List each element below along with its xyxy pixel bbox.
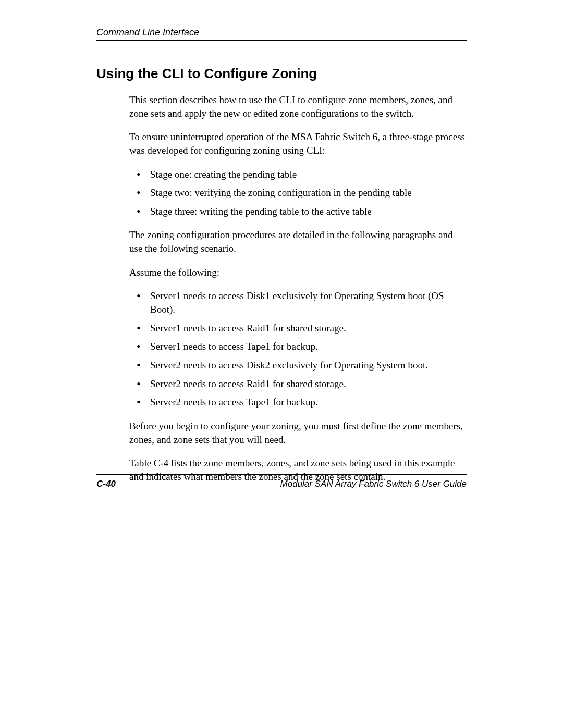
list-item: Stage two: verifying the zoning configur… — [129, 186, 467, 200]
page-footer: C-40 Modular SAN Array Fabric Switch 6 U… — [96, 474, 467, 489]
after-stages-paragraph: The zoning configuration procedures are … — [129, 228, 467, 255]
assume-paragraph: Assume the following: — [129, 266, 467, 279]
document-title: Modular SAN Array Fabric Switch 6 User G… — [280, 479, 467, 489]
before-begin-paragraph: Before you begin to configure your zonin… — [129, 419, 467, 446]
main-heading: Using the CLI to Configure Zoning — [96, 66, 467, 82]
list-item: Server1 needs to access Tape1 for backup… — [129, 340, 467, 353]
intro-paragraph-1: This section describes how to use the CL… — [129, 93, 467, 120]
list-item: Stage one: creating the pending table — [129, 168, 467, 181]
list-item: Stage three: writing the pending table t… — [129, 205, 467, 218]
list-item: Server1 needs to access Raid1 for shared… — [129, 322, 467, 335]
assumptions-list: Server1 needs to access Disk1 exclusivel… — [129, 289, 467, 409]
list-item: Server2 needs to access Raid1 for shared… — [129, 377, 467, 391]
page-number: C-40 — [96, 479, 116, 489]
list-item: Server2 needs to access Disk2 exclusivel… — [129, 359, 467, 372]
stages-list: Stage one: creating the pending table St… — [129, 168, 467, 218]
intro-paragraph-2: To ensure uninterrupted operation of the… — [129, 130, 467, 157]
document-page: Command Line Interface Using the CLI to … — [0, 0, 563, 483]
list-item: Server2 needs to access Tape1 for backup… — [129, 396, 467, 409]
body-content: This section describes how to use the CL… — [96, 93, 467, 483]
list-item: Server1 needs to access Disk1 exclusivel… — [129, 289, 467, 316]
page-header: Command Line Interface — [96, 27, 467, 41]
header-section-title: Command Line Interface — [96, 27, 199, 38]
